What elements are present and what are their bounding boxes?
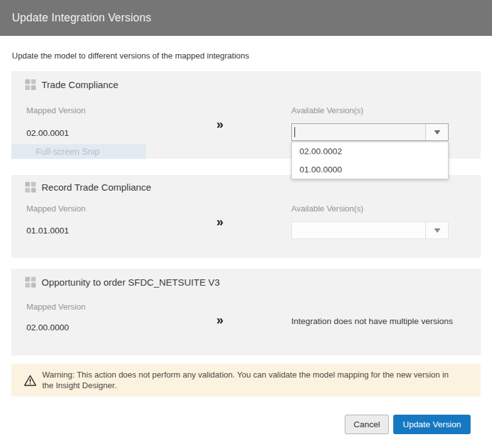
snip-tooltip-label: Full-screen Snip xyxy=(11,147,99,157)
available-version-combobox[interactable] xyxy=(291,123,449,141)
text-cursor xyxy=(294,127,295,137)
integration-card-record-trade-compliance: Record Trade Compliance Mapped Version 0… xyxy=(11,175,481,258)
update-version-button[interactable]: Update Version xyxy=(393,415,471,434)
combobox-input[interactable] xyxy=(292,124,425,140)
mapped-version-value: 02.00.0000 xyxy=(26,323,69,332)
available-versions-label: Available Version(s) xyxy=(291,204,364,213)
warning-text: Warning: This action does not perform an… xyxy=(42,369,456,391)
mapped-version-label: Mapped Version xyxy=(26,106,86,115)
integration-icon xyxy=(25,277,36,288)
combobox-dropdown-button[interactable] xyxy=(425,222,448,238)
integration-card-opportunity-to-order: Opportunity to order SFDC_NETSUITE V3 Ma… xyxy=(11,269,481,356)
card-title: Trade Compliance xyxy=(42,79,118,90)
chevron-down-icon xyxy=(434,228,440,233)
mapped-version-value: 01.01.0001 xyxy=(26,226,69,235)
map-arrow-icon: » xyxy=(216,313,223,326)
mapped-version-value: 02.00.0001 xyxy=(26,128,69,138)
dialog-subtitle: Update the model to different versions o… xyxy=(12,51,249,60)
map-arrow-icon: » xyxy=(216,215,223,228)
available-version-combobox[interactable] xyxy=(291,221,449,239)
integration-icon xyxy=(25,79,36,90)
mapped-version-label: Mapped Version xyxy=(26,302,86,311)
dialog-header: Update Integration Versions xyxy=(0,0,492,36)
warning-triangle-icon xyxy=(24,374,36,386)
card-title: Record Trade Compliance xyxy=(42,182,151,193)
update-integration-versions-dialog: Update Integration Versions Update the m… xyxy=(0,0,492,448)
dropdown-option[interactable]: 01.00.0000 xyxy=(292,160,448,179)
combobox-dropdown-button[interactable] xyxy=(425,124,448,140)
cancel-button[interactable]: Cancel xyxy=(345,415,389,434)
warning-banner: Warning: This action does not perform an… xyxy=(11,364,481,396)
mapped-version-label: Mapped Version xyxy=(26,204,86,213)
version-dropdown-list: 02.00.0002 01.00.0000 xyxy=(291,142,449,179)
no-versions-message: Integration does not have multiple versi… xyxy=(291,316,453,326)
dialog-title: Update Integration Versions xyxy=(0,11,151,25)
snip-tooltip-artifact: Full-screen Snip xyxy=(11,144,146,159)
available-versions-label: Available Version(s) xyxy=(291,106,364,115)
chevron-down-icon xyxy=(434,130,440,135)
card-title: Opportunity to order SFDC_NETSUITE V3 xyxy=(42,277,220,288)
dropdown-option[interactable]: 02.00.0002 xyxy=(292,142,448,160)
dialog-footer: Cancel Update Version xyxy=(345,415,471,434)
map-arrow-icon: » xyxy=(216,118,223,130)
combobox-input[interactable] xyxy=(292,222,425,238)
integration-icon xyxy=(25,182,36,193)
